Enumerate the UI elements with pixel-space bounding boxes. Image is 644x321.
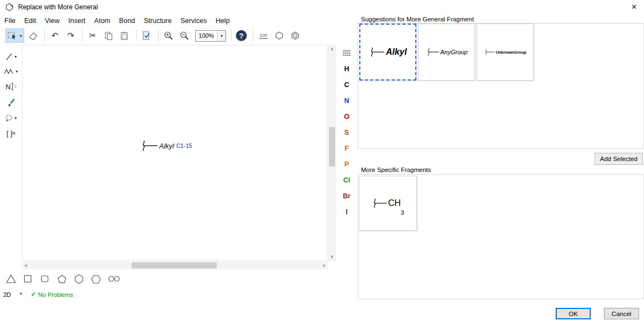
cyclohexane-template-button[interactable] — [74, 274, 84, 284]
status-message: No Problems — [38, 291, 74, 298]
redo-icon: ↷ — [67, 31, 75, 41]
modified-indicator: * — [20, 291, 22, 298]
close-icon[interactable]: ✕ — [628, 2, 641, 12]
single-bond-icon — [5, 53, 13, 61]
undo-button[interactable]: ↶ — [48, 28, 62, 43]
cyclopentane-template-button[interactable] — [57, 274, 67, 284]
copy-icon — [104, 31, 113, 40]
help-button[interactable]: ? — [234, 28, 248, 43]
scroll-down-icon[interactable]: ∨ — [328, 253, 336, 261]
fragment-card-ch3[interactable]: CH 3 — [359, 176, 417, 231]
toolbar-separator — [158, 30, 159, 42]
selection-tool-button[interactable]: ▾ — [5, 28, 24, 43]
bond-tool-button[interactable]: ▾ — [5, 53, 16, 61]
atom-text-icon: N — [5, 82, 17, 91]
fragment-formula-subscript: 3 — [400, 209, 404, 216]
attachment-point-icon — [369, 46, 385, 58]
scroll-up-icon[interactable]: ∧ — [328, 45, 336, 53]
attachment-point-icon — [140, 140, 159, 152]
cut-button[interactable]: ✂ — [86, 28, 100, 43]
menu-services[interactable]: Services — [176, 16, 211, 26]
fragment-label: Alkyl — [159, 142, 174, 150]
check-structure-button[interactable] — [139, 28, 154, 43]
element-f[interactable]: F — [337, 140, 357, 156]
chevron-down-icon: ▾ — [14, 116, 16, 121]
menu-atom[interactable]: Atom — [90, 16, 115, 26]
element-p[interactable]: P — [337, 156, 357, 172]
eraser-button[interactable] — [26, 28, 40, 43]
zoom-in-icon — [164, 31, 173, 41]
paste-button[interactable] — [117, 28, 132, 43]
drawing-canvas[interactable]: Alkyl C1-15 — [22, 45, 328, 261]
element-c[interactable]: C — [337, 77, 357, 93]
menu-file[interactable]: File — [0, 16, 20, 26]
horizontal-scroll-thumb[interactable] — [132, 262, 217, 268]
dimension-mode-label: 2D — [3, 291, 11, 298]
specific-fragments-panel: CH 3 — [358, 174, 644, 299]
menu-view[interactable]: View — [41, 16, 64, 26]
cancel-button[interactable]: Cancel — [604, 308, 639, 319]
element-h[interactable]: H — [337, 61, 357, 77]
canvas-horizontal-scrollbar[interactable]: < > — [22, 261, 328, 270]
toolbar-separator — [44, 30, 45, 42]
copy-button[interactable] — [101, 28, 116, 43]
redo-button[interactable]: ↷ — [64, 28, 78, 43]
scroll-right-icon[interactable]: > — [320, 261, 328, 270]
rgroup-bracket-button[interactable]: [ ]R — [7, 129, 16, 137]
fixed-angle-button[interactable]: 120 — [256, 28, 270, 43]
zoom-level-value: 100% — [196, 32, 217, 39]
chain-tool-button[interactable]: ▾ — [4, 68, 18, 75]
window-title: Replace with More General — [18, 3, 98, 11]
eraser-icon — [28, 31, 38, 40]
app-window: Replace with More General ✕ File Edit Vi… — [0, 0, 644, 321]
periodic-table-button[interactable] — [337, 45, 357, 61]
vertical-scroll-thumb[interactable] — [329, 127, 335, 167]
menu-bar: File Edit View Insert Atom Bond Structur… — [0, 15, 234, 26]
template-tool-button[interactable]: ▾ — [5, 114, 16, 122]
menu-bond[interactable]: Bond — [115, 16, 139, 26]
naphthalene-template-button[interactable] — [108, 274, 121, 283]
brush-icon — [7, 98, 15, 107]
title-bar: Replace with More General ✕ — [0, 0, 644, 14]
menu-edit[interactable]: Edit — [20, 16, 41, 26]
ok-button[interactable]: OK — [556, 308, 591, 319]
menu-insert[interactable]: Insert — [64, 16, 90, 26]
bracket-icon: [ ] — [7, 129, 13, 137]
element-n[interactable]: N — [337, 93, 357, 108]
cyclopropane-template-button[interactable] — [5, 274, 16, 284]
fragment-card-alkyl[interactable]: Alkyl — [359, 24, 416, 81]
fragment-card-anygroup[interactable]: AnyGroup — [418, 24, 475, 81]
element-s[interactable]: S — [337, 124, 357, 140]
drawing-tool-palette: ▾ ▾ N ▾ [ ]R — [0, 45, 22, 261]
scroll-left-icon[interactable]: < — [22, 261, 30, 270]
menu-structure[interactable]: Structure — [139, 16, 176, 26]
benzene-template-button[interactable] — [91, 274, 101, 284]
fragment-card-unknowngroup[interactable]: UnknownGroup — [477, 24, 534, 81]
brush-tool-button[interactable] — [7, 98, 15, 107]
menu-help[interactable]: Help — [211, 16, 234, 26]
fragment-card-label: UnknownGroup — [495, 50, 526, 55]
element-br[interactable]: Br — [337, 188, 357, 204]
zoom-in-button[interactable] — [161, 28, 176, 43]
ring-template-button[interactable] — [272, 28, 286, 43]
zoom-level-combobox[interactable]: 100% ▾ — [195, 30, 226, 42]
element-cl[interactable]: Cl — [337, 172, 357, 188]
scissors-icon: ✂ — [89, 31, 97, 41]
element-o[interactable]: O — [337, 108, 357, 124]
add-selected-button[interactable]: Add Selected — [595, 153, 643, 165]
attachment-point-icon — [371, 197, 388, 209]
text-tool-button[interactable]: N — [5, 82, 17, 91]
canvas-vertical-scrollbar[interactable]: ∧ ∨ — [328, 45, 336, 261]
suggestions-title: Suggestions for More General Fragment — [361, 16, 474, 22]
main-toolbar: ▾ ↶ ↷ ✂ 100% ▾ ? — [0, 26, 358, 45]
chevron-down-icon[interactable]: ▾ — [217, 31, 225, 41]
chevron-down-icon: ▾ — [15, 69, 18, 74]
aromatic-ring-template-button[interactable] — [288, 28, 302, 43]
status-bar: 2D * ✓ No Problems — [3, 291, 73, 298]
canvas-fragment-alkyl[interactable]: Alkyl C1-15 — [140, 140, 192, 152]
help-icon: ? — [236, 30, 247, 41]
cyclobutane-template-button[interactable] — [22, 274, 33, 284]
cyclopentane-rounded-template-button[interactable] — [39, 274, 50, 284]
element-i[interactable]: I — [337, 204, 357, 220]
zoom-out-button[interactable] — [177, 28, 191, 43]
